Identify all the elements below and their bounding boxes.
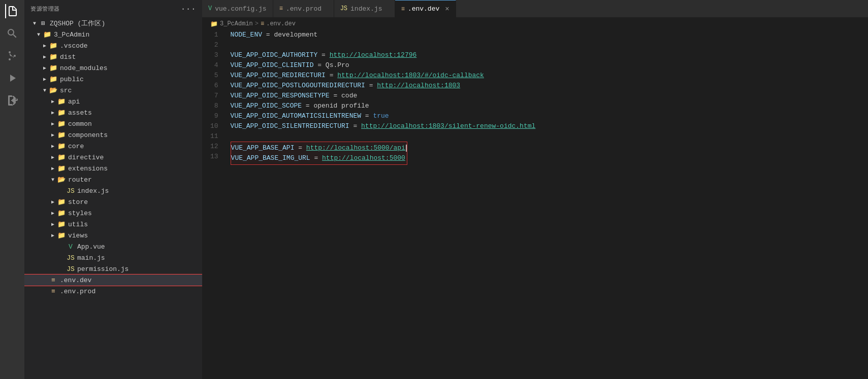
- code-token: =: [326, 71, 337, 81]
- chevron-right-icon: ▶: [49, 121, 57, 127]
- sidebar-item-env-dev[interactable]: ▶ ≡ .env.dev: [24, 274, 202, 286]
- sidebar-item-label: App.vue: [77, 243, 105, 251]
- sidebar-item-label: common: [68, 120, 92, 128]
- chevron-right-icon: ▶: [49, 221, 57, 227]
- chevron-right-icon: ▶: [49, 98, 57, 105]
- tab-index-js[interactable]: JS index.js: [334, 0, 395, 17]
- code-content[interactable]: NODE_ENV = development VUE_APP_OIDC_AUTH…: [227, 30, 868, 379]
- js-file-icon: JS: [66, 265, 75, 273]
- line-num-6: 6: [210, 81, 218, 91]
- code-token: development: [274, 30, 317, 40]
- code-token: VUE_APP_OIDC_REDIRECTURI: [231, 71, 326, 81]
- code-line-4: VUE_APP_OIDC_CLIENTID = Qs.Pro: [231, 60, 868, 71]
- chevron-right-icon: ▶: [49, 199, 57, 205]
- editor[interactable]: 1 2 3 4 5 6 7 8 9 10 11 12 13 NODE_ENV =: [202, 30, 868, 379]
- breadcrumb: 📁 3_PcAdmin > ≡ .env.dev: [202, 18, 868, 30]
- chevron-right-icon: ▶: [41, 54, 49, 60]
- sidebar-item-common[interactable]: ▶ 📁 common: [24, 118, 202, 129]
- code-line-12: VUE_APP_BASE_API = http://localhost:5000…: [231, 143, 407, 153]
- code-token: http://localhost:12796: [330, 50, 417, 60]
- sidebar-item-views[interactable]: ▶ 📁 views: [24, 230, 202, 241]
- folder-icon: 📁: [57, 131, 66, 139]
- chevron-down-icon: ▼: [41, 88, 49, 93]
- sidebar-item-app-vue[interactable]: ▶ V App.vue: [24, 241, 202, 252]
- text-cursor: [406, 145, 407, 152]
- code-token: =: [294, 143, 306, 153]
- search-icon[interactable]: [5, 26, 19, 41]
- code-line-5: VUE_APP_OIDC_REDIRECTURI = http://localh…: [231, 71, 868, 81]
- code-line-9: VUE_APP_OIDC_AUTOMATICSILENTRENEW = true: [231, 111, 868, 121]
- line-num-5: 5: [210, 71, 218, 81]
- files-icon[interactable]: [5, 4, 19, 18]
- line-num-8: 8: [210, 101, 218, 111]
- breadcrumb-part: 3_PcAdmin: [220, 20, 253, 27]
- run-icon[interactable]: [5, 71, 19, 85]
- sidebar-item-env-prod[interactable]: ▶ ≡ .env.prod: [24, 286, 202, 297]
- code-token: true: [373, 111, 389, 121]
- line-num-11: 11: [210, 131, 218, 142]
- sidebar-item-extensions[interactable]: ▶ 📁 extensions: [24, 163, 202, 174]
- line-num-2: 2: [210, 40, 218, 50]
- folder-open-icon: 📂: [57, 176, 66, 184]
- code-token: http://localhost:1803: [377, 81, 460, 91]
- sidebar-item-label: index.js: [77, 187, 109, 195]
- tab-env-prod[interactable]: ≡ .env.prod: [273, 0, 334, 17]
- env-tab-icon: ≡: [401, 6, 405, 13]
- sidebar-item-label: permission.js: [77, 265, 128, 273]
- sidebar-item-label: api: [68, 98, 80, 106]
- sidebar-item-main-js[interactable]: ▶ JS main.js: [24, 252, 202, 263]
- sidebar-item-assets[interactable]: ▶ 📁 assets: [24, 107, 202, 118]
- code-token: http://localhost:1803/#/oidc-callback: [337, 71, 484, 81]
- sidebar-item-utils[interactable]: ▶ 📁 utils: [24, 219, 202, 230]
- chevron-down-icon: ▼: [49, 177, 57, 183]
- sidebar-item-public[interactable]: ▶ 📁 public: [24, 74, 202, 85]
- sidebar-item-label: .env.prod: [60, 288, 95, 295]
- sidebar: 资源管理器 ··· ▼ ⊞ ZQSHOP (工作区) ▼ 📁 3_PcAdmin…: [24, 0, 202, 379]
- sidebar-item-dist[interactable]: ▶ 📁 dist: [24, 51, 202, 62]
- code-token: VUE_APP_BASE_IMG_URL: [231, 153, 310, 163]
- code-line-1: NODE_ENV = development: [231, 30, 868, 40]
- tab-env-dev[interactable]: ≡ .env.dev ×: [395, 0, 456, 17]
- sidebar-item-directive[interactable]: ▶ 📁 directive: [24, 152, 202, 163]
- sidebar-item-router[interactable]: ▼ 📂 router: [24, 174, 202, 185]
- chevron-down-icon: ▼: [35, 32, 43, 38]
- tab-close-button[interactable]: ×: [445, 5, 449, 13]
- sidebar-item-vscode[interactable]: ▶ 📁 .vscode: [24, 40, 202, 51]
- code-token: =: [262, 30, 274, 40]
- extensions-icon[interactable]: [5, 93, 19, 108]
- code-token: VUE_APP_OIDC_CLIENTID: [231, 60, 314, 71]
- sidebar-item-workspace[interactable]: ▼ ⊞ ZQSHOP (工作区): [24, 18, 202, 29]
- chevron-right-icon: ▶: [41, 65, 49, 71]
- folder-icon: 📁: [57, 220, 66, 228]
- code-token: =: [317, 50, 329, 60]
- sidebar-item-styles[interactable]: ▶ 📁 styles: [24, 208, 202, 219]
- folder-icon: 📁: [57, 120, 66, 128]
- line-num-9: 9: [210, 111, 218, 121]
- line-num-12: 12: [210, 142, 218, 152]
- sidebar-item-core[interactable]: ▶ 📁 core: [24, 141, 202, 152]
- sidebar-item-src[interactable]: ▼ 📂 src: [24, 85, 202, 96]
- sidebar-item-store[interactable]: ▶ 📁 store: [24, 196, 202, 208]
- sidebar-more-button[interactable]: ···: [181, 5, 196, 14]
- sidebar-item-permission-js[interactable]: ▶ JS permission.js: [24, 263, 202, 274]
- sidebar-item-label: node_modules: [60, 64, 108, 72]
- code-token: http://localhost:5000/api: [306, 143, 405, 153]
- tab-label: index.js: [350, 5, 382, 13]
- sidebar-header: 资源管理器 ···: [24, 0, 202, 18]
- tab-label: vue.config.js: [215, 5, 266, 13]
- code-token: =: [313, 60, 325, 71]
- sidebar-item-router-index[interactable]: ▶ JS index.js: [24, 185, 202, 196]
- sidebar-item-api[interactable]: ▶ 📁 api: [24, 96, 202, 107]
- chevron-right-icon: ▶: [49, 154, 57, 160]
- sidebar-item-components[interactable]: ▶ 📁 components: [24, 129, 202, 141]
- source-control-icon[interactable]: [5, 49, 19, 63]
- sidebar-item-label: core: [68, 143, 84, 150]
- sidebar-item-3pcadmin[interactable]: ▼ 📁 3_PcAdmin: [24, 29, 202, 40]
- code-token: http://localhost:5000: [322, 153, 405, 163]
- sidebar-item-node-modules[interactable]: ▶ 📁 node_modules: [24, 62, 202, 74]
- code-line-10: VUE_APP_OIDC_SILENTREDIRECTURI = http://…: [231, 121, 868, 131]
- sidebar-item-label: 3_PcAdmin: [54, 31, 89, 39]
- tab-vue-config[interactable]: V vue.config.js: [202, 0, 273, 17]
- line-numbers: 1 2 3 4 5 6 7 8 9 10 11 12 13: [202, 30, 227, 379]
- folder-icon: 📁: [57, 142, 66, 150]
